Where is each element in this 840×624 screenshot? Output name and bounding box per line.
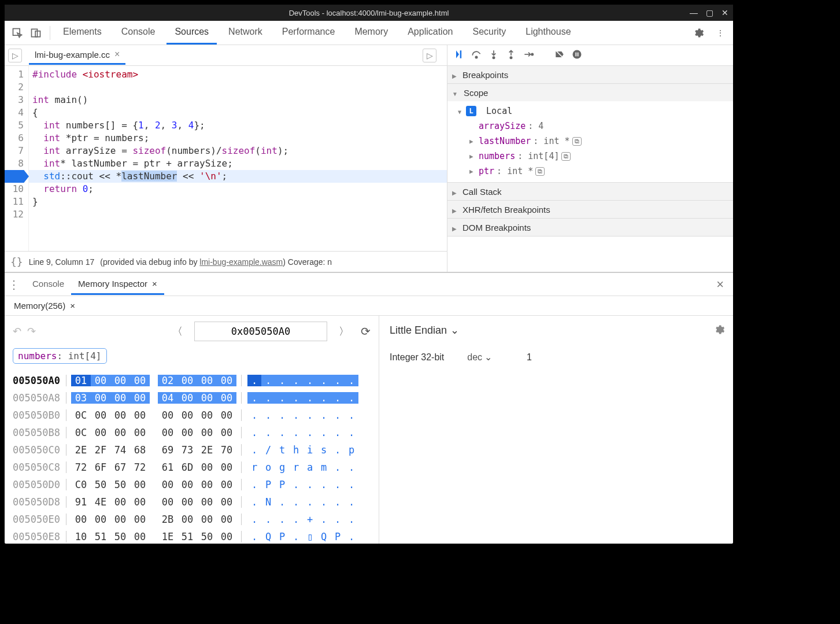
- dom-breakpoints-section[interactable]: DOM Breakpoints: [447, 219, 733, 236]
- tab-security[interactable]: Security: [464, 21, 514, 45]
- cursor-position: Line 9, Column 17: [29, 257, 95, 267]
- endianness-selector[interactable]: Little Endian ⌄: [390, 324, 723, 337]
- kebab-menu-icon[interactable]: ⋮: [711, 24, 730, 42]
- hex-dump[interactable]: 005050A00100000002000000........005050A8…: [13, 372, 371, 545]
- settings-icon[interactable]: [713, 324, 725, 337]
- minimize-icon[interactable]: —: [690, 8, 698, 17]
- hex-row[interactable]: 005050A80300000004000000........: [13, 389, 371, 407]
- debugger-pane: Breakpoints Scope L Local arraySize: 4▶l…: [447, 45, 733, 272]
- svg-rect-8: [576, 53, 577, 57]
- hex-row[interactable]: 005050E8105150001E515000.QP.▯QP.: [13, 528, 371, 545]
- svg-rect-0: [13, 28, 20, 35]
- hex-row[interactable]: 005050B80C00000000000000........: [13, 424, 371, 441]
- memory-tab[interactable]: Memory(256)×: [8, 297, 81, 314]
- deactivate-breakpoints-icon[interactable]: [554, 49, 565, 62]
- pretty-print-icon[interactable]: {}: [10, 256, 23, 268]
- value-type: Integer 32-bit: [390, 352, 444, 363]
- format-selector[interactable]: dec⌄: [467, 352, 492, 363]
- tab-application[interactable]: Application: [399, 21, 461, 45]
- inspect-element-icon[interactable]: [8, 24, 27, 42]
- file-tab-label: lmi-bug-example.cc: [35, 50, 110, 60]
- pause-on-exceptions-icon[interactable]: [571, 49, 583, 62]
- svg-point-4: [493, 57, 494, 58]
- undo-icon[interactable]: ↶: [13, 325, 21, 338]
- editor-status-bar: {} Line 9, Column 17 (provided via debug…: [5, 251, 447, 272]
- hex-row[interactable]: 005050E0000000002B000000....+...: [13, 511, 371, 528]
- xhr-breakpoints-section[interactable]: XHR/fetch Breakpoints: [447, 201, 733, 218]
- sources-pane: ▷ lmi-bug-example.cc × ▷ 123456789101112…: [5, 45, 447, 272]
- chevron-down-icon: ⌄: [484, 352, 492, 363]
- tab-memory[interactable]: Memory: [346, 21, 396, 45]
- scope-var-ptr[interactable]: ▶ptr: int * ⧉: [458, 164, 731, 179]
- close-icon[interactable]: ×: [152, 279, 157, 289]
- tab-lighthouse[interactable]: Lighthouse: [517, 21, 579, 45]
- svg-point-5: [510, 57, 512, 58]
- drawer-tab-memory-inspector[interactable]: Memory Inspector×: [71, 274, 164, 295]
- resume-icon[interactable]: [453, 49, 465, 62]
- hex-row[interactable]: 005050A00100000002000000........: [13, 372, 371, 389]
- close-tab-icon[interactable]: ×: [114, 49, 120, 60]
- decoded-value: 1: [527, 352, 532, 363]
- local-badge-icon: L: [466, 106, 476, 116]
- svg-point-6: [531, 53, 533, 55]
- memory-chip-icon[interactable]: ⧉: [572, 137, 582, 146]
- scope-var-lastNumber[interactable]: ▶lastNumber: int * ⧉: [458, 134, 731, 149]
- redo-icon[interactable]: ↷: [27, 325, 36, 338]
- tab-network[interactable]: Network: [220, 21, 271, 45]
- next-page-icon[interactable]: 〉: [333, 324, 355, 338]
- debugger-toggle-icon[interactable]: ▷: [423, 49, 436, 62]
- variable-chip[interactable]: numbers: int[4]: [13, 348, 107, 364]
- tab-elements[interactable]: Elements: [55, 21, 110, 45]
- wasm-link[interactable]: lmi-bug-example.wasm: [199, 257, 283, 267]
- svg-rect-2: [35, 31, 40, 36]
- file-tab[interactable]: lmi-bug-example.cc ×: [29, 46, 125, 65]
- scope-var-arraySize[interactable]: arraySize: 4: [458, 119, 731, 134]
- debugger-toolbar: [447, 45, 733, 66]
- tab-console[interactable]: Console: [113, 21, 164, 45]
- scope-var-numbers[interactable]: ▶numbers: int[4] ⧉: [458, 149, 731, 164]
- window-title: DevTools - localhost:4000/lmi-bug-exampl…: [289, 9, 449, 17]
- svg-point-3: [475, 56, 477, 58]
- memory-chip-icon[interactable]: ⧉: [535, 167, 545, 176]
- prev-page-icon[interactable]: 〈: [166, 324, 188, 338]
- close-drawer-icon[interactable]: ×: [716, 277, 730, 292]
- step-out-icon[interactable]: [505, 49, 517, 62]
- close-icon[interactable]: ✕: [721, 8, 728, 17]
- hex-row[interactable]: 005050B00C00000000000000........: [13, 407, 371, 424]
- breakpoints-section[interactable]: Breakpoints: [447, 66, 733, 83]
- refresh-icon[interactable]: ⟳: [361, 324, 371, 338]
- hex-row[interactable]: 005050C8726F6772616D0000rogram..: [13, 459, 371, 476]
- maximize-icon[interactable]: ▢: [706, 8, 713, 17]
- close-icon[interactable]: ×: [70, 301, 75, 311]
- drawer-panel: ⋮ Console Memory Inspector× × Memory(256…: [5, 272, 733, 544]
- settings-icon[interactable]: [689, 24, 708, 42]
- svg-point-7: [573, 50, 582, 59]
- scope-local[interactable]: L Local: [458, 104, 731, 119]
- callstack-section[interactable]: Call Stack: [447, 183, 733, 200]
- titlebar: DevTools - localhost:4000/lmi-bug-exampl…: [5, 5, 733, 21]
- chevron-down-icon: ⌄: [450, 324, 459, 337]
- device-toolbar-icon[interactable]: [27, 24, 45, 42]
- hex-row[interactable]: 005050C02E2F746869732E70./this.p: [13, 441, 371, 459]
- tab-performance[interactable]: Performance: [274, 21, 343, 45]
- scope-section[interactable]: Scope: [447, 84, 733, 101]
- memory-chip-icon[interactable]: ⧉: [561, 152, 571, 161]
- navigator-toggle-icon[interactable]: ▷: [8, 49, 22, 62]
- devtools-toolbar: ElementsConsoleSourcesNetworkPerformance…: [5, 21, 733, 45]
- hex-row[interactable]: 005050D0C050500000000000.PP.....: [13, 476, 371, 493]
- step-over-icon[interactable]: [471, 49, 482, 62]
- svg-rect-1: [32, 29, 38, 36]
- drawer-menu-icon[interactable]: ⋮: [8, 278, 20, 291]
- code-editor[interactable]: 123456789101112 #include <iostream>int m…: [5, 66, 447, 251]
- hex-row[interactable]: 005050D8914E000000000000.N......: [13, 493, 371, 511]
- step-icon[interactable]: [523, 49, 534, 62]
- drawer-tab-console[interactable]: Console: [25, 274, 71, 295]
- step-into-icon[interactable]: [488, 49, 499, 62]
- main-tabs: ElementsConsoleSourcesNetworkPerformance…: [55, 21, 689, 45]
- address-input[interactable]: [194, 322, 327, 341]
- tab-sources[interactable]: Sources: [166, 21, 217, 45]
- svg-rect-9: [578, 53, 579, 57]
